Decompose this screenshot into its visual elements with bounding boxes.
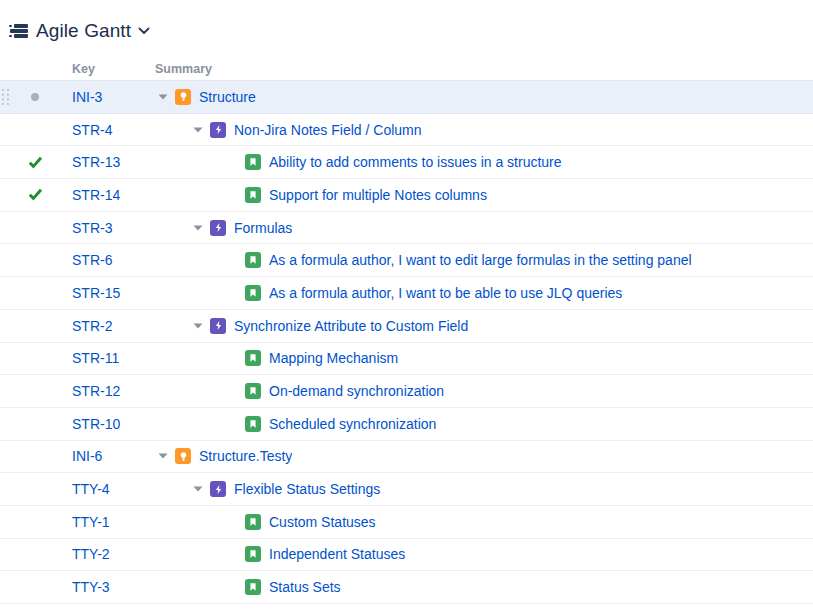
issue-summary-cell: As a formula author, I want to edit larg… bbox=[155, 252, 813, 268]
issue-row[interactable]: TTY-1Custom Statuses bbox=[0, 506, 813, 539]
row-gutter bbox=[0, 343, 68, 375]
issue-summary-link[interactable]: Non-Jira Notes Field / Column bbox=[234, 122, 422, 138]
resolved-check-icon bbox=[24, 188, 46, 201]
issue-key-link[interactable]: STR-14 bbox=[68, 187, 155, 203]
issue-key-link[interactable]: INI-6 bbox=[68, 448, 155, 464]
issue-row[interactable]: INI-6Structure.Testy bbox=[0, 441, 813, 474]
resolved-check-icon bbox=[24, 156, 46, 169]
structure-logo-icon bbox=[8, 23, 28, 39]
issue-summary-link[interactable]: Flexible Status Settings bbox=[234, 481, 380, 497]
issue-key-link[interactable]: TTY-4 bbox=[68, 481, 155, 497]
issue-summary-link[interactable]: As a formula author, I want to be able t… bbox=[269, 285, 622, 301]
initiative-icon bbox=[175, 89, 191, 105]
collapse-chevron-icon[interactable] bbox=[155, 453, 175, 459]
issue-summary-cell: Non-Jira Notes Field / Column bbox=[155, 122, 813, 138]
issue-summary-link[interactable]: Custom Statuses bbox=[269, 514, 376, 530]
story-icon bbox=[245, 383, 261, 399]
issue-key-link[interactable]: STR-11 bbox=[68, 350, 155, 366]
issue-row[interactable]: STR-12On-demand synchronization bbox=[0, 375, 813, 408]
issue-summary-link[interactable]: Independent Statuses bbox=[269, 546, 405, 562]
issue-summary-cell: Scheduled synchronization bbox=[155, 416, 813, 432]
collapse-chevron-icon[interactable] bbox=[190, 225, 210, 231]
issue-key-link[interactable]: TTY-3 bbox=[68, 579, 155, 595]
epic-icon bbox=[210, 220, 226, 236]
issue-row[interactable]: TTY-4Flexible Status Settings bbox=[0, 473, 813, 506]
row-gutter bbox=[0, 539, 68, 571]
issue-row[interactable]: STR-15As a formula author, I want to be … bbox=[0, 277, 813, 310]
collapse-chevron-icon[interactable] bbox=[190, 127, 210, 133]
issue-row[interactable]: STR-13Ability to add comments to issues … bbox=[0, 146, 813, 179]
row-gutter bbox=[0, 146, 68, 178]
issue-summary-cell: Mapping Mechanism bbox=[155, 350, 813, 366]
issue-key-link[interactable]: INI-3 bbox=[68, 89, 155, 105]
row-gutter bbox=[0, 441, 68, 473]
issue-key-link[interactable]: STR-12 bbox=[68, 383, 155, 399]
issue-summary-link[interactable]: As a formula author, I want to edit larg… bbox=[269, 252, 692, 268]
column-header-summary[interactable]: Summary bbox=[155, 62, 813, 76]
collapse-chevron-icon[interactable] bbox=[190, 486, 210, 492]
issue-key-link[interactable]: STR-15 bbox=[68, 285, 155, 301]
epic-icon bbox=[210, 481, 226, 497]
issue-row[interactable]: STR-14Support for multiple Notes columns bbox=[0, 179, 813, 212]
drag-handle-icon[interactable] bbox=[1, 88, 10, 106]
issue-row[interactable]: INI-3Structure bbox=[0, 81, 813, 114]
row-gutter bbox=[0, 571, 68, 603]
row-gutter bbox=[0, 277, 68, 309]
issue-summary-link[interactable]: Structure.Testy bbox=[199, 448, 292, 464]
initiative-icon bbox=[175, 448, 191, 464]
issue-summary-cell: Structure.Testy bbox=[155, 448, 813, 464]
collapse-chevron-icon[interactable] bbox=[155, 94, 175, 100]
issue-summary-link[interactable]: Formulas bbox=[234, 220, 292, 236]
issue-row[interactable]: STR-10Scheduled synchronization bbox=[0, 408, 813, 441]
issue-row[interactable]: STR-2Synchronize Attribute to Custom Fie… bbox=[0, 310, 813, 343]
story-icon bbox=[245, 154, 261, 170]
issue-key-link[interactable]: TTY-1 bbox=[68, 514, 155, 530]
row-gutter bbox=[0, 408, 68, 440]
epic-icon bbox=[210, 122, 226, 138]
issue-summary-cell: As a formula author, I want to be able t… bbox=[155, 285, 813, 301]
issue-summary-cell: Custom Statuses bbox=[155, 514, 813, 530]
issue-row[interactable]: STR-4Non-Jira Notes Field / Column bbox=[0, 114, 813, 147]
issue-summary-link[interactable]: Mapping Mechanism bbox=[269, 350, 398, 366]
issue-key-link[interactable]: STR-10 bbox=[68, 416, 155, 432]
row-gutter bbox=[0, 81, 68, 113]
row-gutter bbox=[0, 244, 68, 276]
issue-key-link[interactable]: TTY-2 bbox=[68, 546, 155, 562]
row-gutter bbox=[0, 506, 68, 538]
story-icon bbox=[245, 350, 261, 366]
issue-key-link[interactable]: STR-2 bbox=[68, 318, 155, 334]
issue-key-link[interactable]: STR-4 bbox=[68, 122, 155, 138]
issue-summary-link[interactable]: Support for multiple Notes columns bbox=[269, 187, 487, 203]
issue-summary-link[interactable]: Synchronize Attribute to Custom Field bbox=[234, 318, 468, 334]
issue-summary-link[interactable]: On-demand synchronization bbox=[269, 383, 444, 399]
issue-summary-cell: On-demand synchronization bbox=[155, 383, 813, 399]
row-gutter bbox=[0, 473, 68, 505]
story-icon bbox=[245, 546, 261, 562]
story-icon bbox=[245, 514, 261, 530]
column-header-row: Key Summary bbox=[0, 58, 813, 81]
issue-summary-link[interactable]: Structure bbox=[199, 89, 256, 105]
story-icon bbox=[245, 416, 261, 432]
issue-summary-link[interactable]: Ability to add comments to issues in a s… bbox=[269, 154, 562, 170]
issue-summary-link[interactable]: Status Sets bbox=[269, 579, 341, 595]
row-gutter bbox=[0, 114, 68, 146]
issue-key-link[interactable]: STR-6 bbox=[68, 252, 155, 268]
row-gutter bbox=[0, 310, 68, 342]
issue-summary-link[interactable]: Scheduled synchronization bbox=[269, 416, 436, 432]
issue-row[interactable]: TTY-2Independent Statuses bbox=[0, 539, 813, 572]
chevron-down-icon[interactable] bbox=[138, 27, 150, 35]
issue-row[interactable]: STR-11Mapping Mechanism bbox=[0, 343, 813, 376]
issue-row[interactable]: TTY-3Status Sets bbox=[0, 571, 813, 604]
column-header-key[interactable]: Key bbox=[68, 62, 155, 76]
issue-summary-cell: Support for multiple Notes columns bbox=[155, 187, 813, 203]
issue-row[interactable]: STR-6As a formula author, I want to edit… bbox=[0, 244, 813, 277]
collapse-chevron-icon[interactable] bbox=[190, 323, 210, 329]
issue-key-link[interactable]: STR-3 bbox=[68, 220, 155, 236]
structure-title[interactable]: Agile Gantt bbox=[36, 20, 131, 42]
issue-key-link[interactable]: STR-13 bbox=[68, 154, 155, 170]
status-dot bbox=[24, 93, 46, 101]
issue-row[interactable]: STR-3Formulas bbox=[0, 212, 813, 245]
issue-summary-cell: Structure bbox=[155, 89, 813, 105]
epic-icon bbox=[210, 318, 226, 334]
story-icon bbox=[245, 187, 261, 203]
